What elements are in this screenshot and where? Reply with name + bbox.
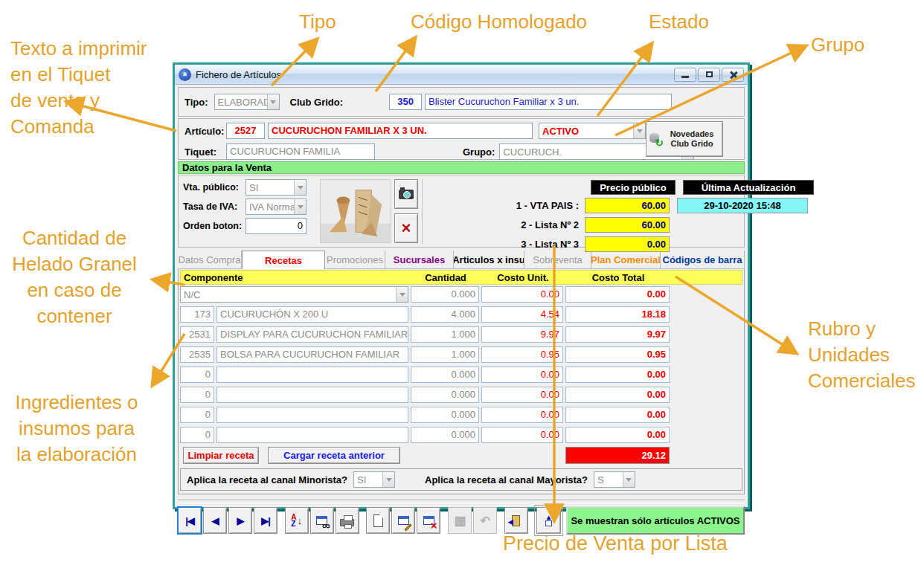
minimize-icon — [681, 76, 689, 78]
search-button[interactable]: ∞ — [310, 507, 334, 534]
cantidad-cell[interactable]: 4.000 — [411, 306, 479, 323]
printer-icon — [340, 519, 354, 526]
chevron-down-icon[interactable] — [396, 287, 408, 302]
delete-record-button[interactable]: × — [417, 507, 440, 534]
cantidad-cell[interactable]: 0.000 — [411, 367, 479, 383]
status-activos-banner[interactable]: Se muestran sólo artículos ACTIVOS — [566, 506, 745, 535]
costo-unit-cell[interactable]: 0.00 — [481, 427, 563, 443]
hierarchy-icon: ▴ — [545, 514, 552, 526]
sort-button[interactable]: AZ ↓ — [285, 507, 309, 534]
costo-total-cell[interactable]: 18.18 — [565, 306, 670, 323]
orden-boton-field[interactable]: 0 — [246, 218, 307, 234]
nav-next-button[interactable]: ▶ — [228, 507, 252, 534]
articulo-name-field[interactable]: CUCURUCHON FAMILIAR X 3 UN. — [268, 123, 533, 139]
print-button[interactable] — [336, 507, 359, 534]
codigo-cell[interactable]: 2535, — [180, 346, 214, 363]
costo-unit-cell[interactable]: 0.00 — [481, 407, 563, 423]
componente-cell[interactable] — [216, 387, 408, 403]
nav-last-button[interactable]: ▶| — [254, 507, 277, 534]
novedades-line1: Novedades — [670, 129, 714, 138]
articulo-code-field[interactable]: 2527 — [226, 123, 265, 139]
componente-cell[interactable] — [216, 407, 408, 423]
costo-total-cell[interactable]: 0.00 — [565, 387, 670, 403]
vta-publico-select[interactable]: SI — [246, 179, 307, 196]
costo-unit-cell[interactable]: 0.00 — [481, 286, 563, 303]
close-button[interactable] — [722, 68, 744, 82]
componente-cell[interactable]: BOLSA PARA CUCURUCHON FAMILIAR — [216, 346, 408, 363]
window-titlebar[interactable]: * Fichero de Artículos — [175, 65, 748, 85]
componente-cell[interactable] — [216, 367, 408, 383]
chevron-down-icon[interactable] — [623, 472, 635, 487]
costo-total-cell[interactable]: 0.00 — [565, 367, 670, 383]
codigo-cell[interactable]: 0, — [180, 367, 214, 383]
costo-total-cell[interactable]: 9.97 — [565, 326, 670, 343]
exit-button[interactable]: ◂ — [504, 507, 528, 534]
club-grido-code-field[interactable]: 350 — [389, 94, 422, 110]
componente-cell[interactable] — [216, 427, 408, 443]
minimize-button[interactable] — [674, 68, 696, 82]
cantidad-cell[interactable]: 0.000 — [411, 407, 479, 423]
tab-promociones[interactable]: Promociones — [325, 251, 385, 269]
tab-plan-comercial[interactable]: Plan Comercial — [591, 251, 661, 269]
photo-camera-button[interactable] — [394, 179, 418, 209]
minorista-value: SI — [354, 474, 382, 485]
chevron-down-icon[interactable] — [633, 123, 645, 138]
tiquet-field[interactable]: CUCURUCHON FAMILIA — [226, 143, 375, 160]
club-grido-desc-field[interactable]: Blister Cucuruchon Familiar x 3 un. — [425, 94, 672, 110]
mayorista-select[interactable]: S — [594, 471, 635, 488]
chevron-down-icon[interactable] — [382, 472, 394, 487]
annotation-texto-imprimir: Texto a imprimir en el Tiquet de venta y… — [10, 36, 168, 140]
costo-total-cell[interactable]: 0.00 — [565, 286, 670, 303]
cantidad-cell[interactable]: 1.000 — [411, 346, 479, 363]
codigo-cell[interactable]: 173, — [180, 306, 214, 323]
minorista-select[interactable]: SI — [353, 471, 395, 488]
codigo-cell[interactable]: 0, — [180, 427, 214, 443]
codigo-cell[interactable]: 0, — [180, 407, 214, 423]
tab-datos-compra[interactable]: Datos Compra — [178, 251, 242, 269]
componente-select[interactable]: N/C — [180, 286, 408, 303]
price-value-field[interactable]: 60.00 — [585, 217, 670, 233]
limpiar-receta-button[interactable]: Limpiar receta — [183, 447, 259, 464]
chevron-down-icon[interactable] — [294, 199, 306, 214]
price-value-field[interactable]: 0.00 — [585, 236, 670, 252]
maximize-button[interactable] — [698, 68, 720, 82]
cantidad-cell[interactable]: 0.000 — [411, 286, 479, 303]
tab-sobreventa[interactable]: Sobreventa — [524, 251, 591, 269]
price-value-field[interactable]: 60.00 — [585, 198, 670, 213]
cargar-receta-button[interactable]: Cargar receta anterior — [268, 447, 400, 464]
costo-total-cell[interactable]: 0.00 — [565, 407, 670, 423]
costo-unit-cell[interactable]: 0.00 — [481, 367, 563, 383]
costo-total-cell[interactable]: 0.95 — [565, 346, 670, 363]
tipo-select[interactable]: ELABORADO — [214, 94, 280, 110]
codigo-cell[interactable]: 2531, — [180, 326, 214, 343]
hierarchy-button[interactable]: ▴ — [536, 507, 561, 534]
codigo-cell[interactable]: 0, — [180, 387, 214, 403]
new-record-button[interactable] — [366, 507, 390, 534]
costo-unit-cell[interactable]: 9.97 — [481, 326, 563, 343]
tab-articulos-x-insumo[interactable]: Articulos x insu — [454, 251, 524, 269]
costo-unit-cell[interactable]: 0.00 — [481, 387, 563, 403]
chevron-down-icon[interactable] — [267, 94, 279, 109]
nav-first-button[interactable]: |◀ — [178, 507, 202, 534]
componente-cell[interactable]: DISPLAY PARA CUCURUCHON FAMILIAR — [216, 326, 408, 343]
tasa-iva-select[interactable]: IVA Normal — [246, 199, 307, 215]
cantidad-cell[interactable]: 0.000 — [411, 387, 479, 403]
nav-prev-button[interactable]: ◀ — [203, 507, 227, 534]
componente-cell[interactable]: CUCURUCHÓN X 200 U — [216, 306, 408, 323]
tab-sucursales[interactable]: Sucursales — [385, 251, 454, 269]
chevron-down-icon[interactable] — [294, 180, 306, 195]
novedades-club-grido-button[interactable]: ↻ Novedades Club Grido — [646, 121, 723, 157]
costo-unit-cell[interactable]: 4.54 — [481, 306, 563, 323]
tab-recetas[interactable]: Recetas — [242, 251, 325, 269]
costo-unit-cell[interactable]: 0.95 — [481, 346, 563, 363]
edit-record-button[interactable] — [391, 507, 415, 534]
annotation-grupo: Grupo — [811, 32, 864, 58]
costo-total-cell[interactable]: 0.00 — [565, 427, 670, 443]
price-updated-field: 29-10-2020 15:48 — [677, 198, 808, 213]
cantidad-cell[interactable]: 0.000 — [411, 427, 479, 443]
tab-codigos-de-barra[interactable]: Códigos de barra — [661, 251, 745, 269]
photo-delete-button[interactable]: × — [394, 213, 418, 243]
recipe-table-header: Componente Cantidad Costo Unit. Costo To… — [180, 270, 742, 285]
estado-select[interactable]: ACTIVO — [539, 123, 646, 139]
cantidad-cell[interactable]: 1.000 — [411, 326, 479, 343]
